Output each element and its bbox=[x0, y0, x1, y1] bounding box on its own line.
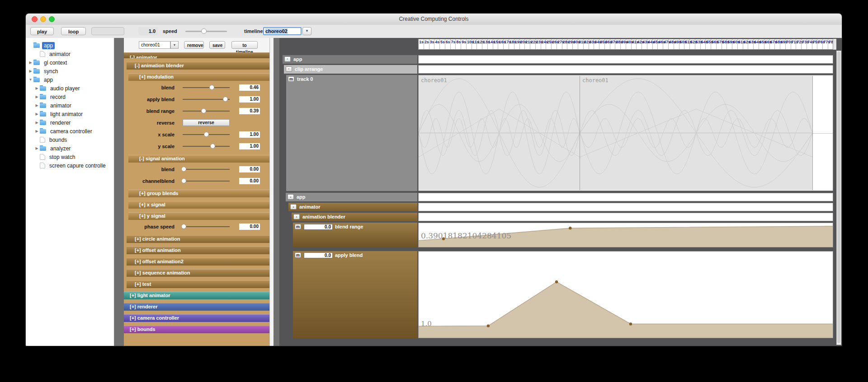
ruler-cell[interactable]: 70s bbox=[786, 39, 791, 49]
ruler-cell[interactable]: 39s bbox=[621, 39, 626, 49]
track-header-app[interactable]: -app bbox=[286, 193, 417, 201]
slider-value-field[interactable]: 0.39 bbox=[239, 108, 260, 114]
chevron-right-icon[interactable]: ▶ bbox=[34, 112, 40, 116]
ruler-cell[interactable]: 9s bbox=[461, 39, 467, 49]
keyframe-curve[interactable] bbox=[419, 252, 833, 338]
ruler-cell[interactable]: 75s bbox=[812, 39, 818, 49]
ruler-cell[interactable]: 37s bbox=[610, 39, 616, 49]
ruler-cell[interactable]: 65s bbox=[759, 39, 764, 49]
channelblend-slider[interactable] bbox=[183, 181, 230, 182]
section-header-y-signal[interactable]: [+] y signal bbox=[128, 212, 269, 220]
ruler-cell[interactable]: 15s bbox=[493, 39, 499, 49]
section-header-group-blends[interactable]: [+] group blends bbox=[128, 190, 269, 197]
ruler-cell[interactable]: 46s bbox=[658, 39, 663, 49]
tree-item-gl-context[interactable]: ▶gl context bbox=[26, 58, 114, 67]
ruler-cell[interactable]: 74s bbox=[807, 39, 812, 49]
ruler-cell[interactable]: 64s bbox=[754, 39, 759, 49]
to-timeline-button[interactable]: to timeline bbox=[231, 41, 258, 49]
section-header-renderer[interactable]: [+] renderer bbox=[124, 303, 269, 311]
tree-item-audio-player[interactable]: ▶audio player bbox=[26, 84, 114, 93]
ruler-cell[interactable]: 40s bbox=[626, 39, 632, 49]
ruler-cell[interactable]: 19s bbox=[514, 39, 520, 49]
play-button[interactable]: play bbox=[30, 27, 54, 35]
slider-thumb[interactable] bbox=[181, 167, 186, 172]
section-header-modulation[interactable]: [+] modulation bbox=[128, 73, 269, 81]
preset-combo[interactable]: choreo01 bbox=[139, 41, 170, 49]
ruler-cell[interactable]: 23s bbox=[536, 39, 541, 49]
ruler-cell[interactable]: 62s bbox=[743, 39, 749, 49]
section-header-bounds[interactable]: [+] bounds bbox=[124, 326, 269, 333]
ruler-cell[interactable]: 67s bbox=[770, 39, 775, 49]
ruler-cell[interactable]: 2s bbox=[424, 39, 429, 49]
section-header-circle-animation[interactable]: [+] circle animation bbox=[127, 235, 269, 243]
chevron-right-icon[interactable]: ▶ bbox=[34, 121, 40, 125]
ruler-cell[interactable]: 4s bbox=[434, 39, 440, 49]
ruler-cell[interactable]: 55s bbox=[706, 39, 711, 49]
track-value-field[interactable]: 0.0 bbox=[304, 252, 333, 258]
slider-thumb[interactable] bbox=[209, 85, 214, 90]
tree-item-light-animator[interactable]: ▶light animator bbox=[26, 110, 114, 118]
slider-value-field[interactable]: 0.46 bbox=[239, 84, 260, 91]
ruler-cell[interactable]: 18s bbox=[509, 39, 514, 49]
keyframe-dot[interactable] bbox=[555, 280, 558, 283]
ruler-cell[interactable]: 12s bbox=[477, 39, 482, 49]
ruler-cell[interactable]: 43s bbox=[642, 39, 647, 49]
phase-speed-slider[interactable] bbox=[183, 226, 230, 227]
chevron-right-icon[interactable]: ▶ bbox=[34, 103, 40, 107]
loop-button[interactable]: loop bbox=[61, 27, 86, 35]
ruler-cell[interactable]: 71s bbox=[791, 39, 797, 49]
timeline-ruler[interactable]: 1s2s3s4s5s6s7s8s9s10s11s12s13s14s15s16s1… bbox=[418, 39, 833, 50]
ruler-cell[interactable]: 10s bbox=[467, 39, 472, 49]
ruler-cell[interactable]: 33s bbox=[589, 39, 594, 49]
ruler-cell[interactable]: 68s bbox=[775, 39, 780, 49]
preset-combo-arrow-icon[interactable]: ▼ bbox=[170, 41, 179, 49]
ruler-cell[interactable]: 76s bbox=[817, 39, 823, 49]
section-header-camera-controller[interactable]: [+] camera controller bbox=[124, 314, 269, 322]
save-button[interactable]: save bbox=[209, 41, 225, 49]
mute-button[interactable]: m bbox=[288, 76, 294, 82]
slider-thumb[interactable] bbox=[223, 97, 228, 102]
tree-item-animator[interactable]: ▶animator bbox=[26, 101, 114, 110]
ruler-cell[interactable]: 1s bbox=[419, 39, 424, 49]
tree-item-synch[interactable]: ▶synch bbox=[26, 67, 114, 75]
tree-item-record[interactable]: ▶record bbox=[26, 93, 114, 101]
ruler-cell[interactable]: 45s bbox=[653, 39, 658, 49]
ruler-cell[interactable]: 66s bbox=[764, 39, 770, 49]
ruler-cell[interactable]: 48s bbox=[669, 39, 674, 49]
ruler-cell[interactable]: 27s bbox=[557, 39, 562, 49]
inspector-scrollbar[interactable] bbox=[269, 38, 274, 346]
collapse-toggle-button[interactable]: · bbox=[286, 66, 292, 72]
ruler-cell[interactable]: 38s bbox=[615, 39, 621, 49]
section-header-test[interactable]: [+] test bbox=[127, 280, 269, 288]
ruler-cell[interactable]: 63s bbox=[748, 39, 754, 49]
slider-thumb[interactable] bbox=[210, 144, 215, 149]
section-header-offset-animation2[interactable]: [+] offset animation2 bbox=[127, 258, 269, 266]
ruler-cell[interactable]: 3s bbox=[429, 39, 435, 49]
ruler-cell[interactable]: 30s bbox=[573, 39, 578, 49]
ruler-cell[interactable]: 42s bbox=[637, 39, 642, 49]
slider-thumb[interactable] bbox=[201, 108, 206, 113]
ruler-cell[interactable]: 36s bbox=[605, 39, 610, 49]
ruler-cell[interactable]: 59s bbox=[727, 39, 732, 49]
track-header-animator[interactable]: -animator bbox=[288, 203, 417, 211]
blend-slider[interactable] bbox=[183, 87, 230, 88]
chevron-right-icon[interactable]: ▶ bbox=[34, 146, 40, 150]
ruler-cell[interactable]: 56s bbox=[711, 39, 717, 49]
ruler-cell[interactable]: 32s bbox=[584, 39, 589, 49]
reverse-button[interactable]: reverse bbox=[183, 119, 230, 126]
chevron-right-icon[interactable]: ▶ bbox=[28, 69, 33, 73]
ruler-cell[interactable]: 22s bbox=[530, 39, 536, 49]
ruler-cell[interactable]: 57s bbox=[717, 39, 722, 49]
ruler-cell[interactable]: 44s bbox=[647, 39, 653, 49]
ruler-cell[interactable]: 6s bbox=[445, 39, 451, 49]
collapse-toggle-button[interactable]: - bbox=[288, 194, 294, 200]
mute-button[interactable]: m bbox=[295, 224, 301, 229]
remove-button[interactable]: remove bbox=[184, 41, 204, 49]
section-header-sequence-animation[interactable]: [+] sequence animation bbox=[127, 269, 269, 277]
ruler-cell[interactable]: 77s bbox=[823, 39, 828, 49]
ruler-cell[interactable]: 54s bbox=[701, 39, 706, 49]
slider-value-field[interactable]: 0.00 bbox=[239, 178, 260, 184]
ruler-cell[interactable]: 52s bbox=[690, 39, 695, 49]
keyframe-dot[interactable] bbox=[629, 322, 632, 325]
ruler-cell[interactable]: 50s bbox=[679, 39, 685, 49]
